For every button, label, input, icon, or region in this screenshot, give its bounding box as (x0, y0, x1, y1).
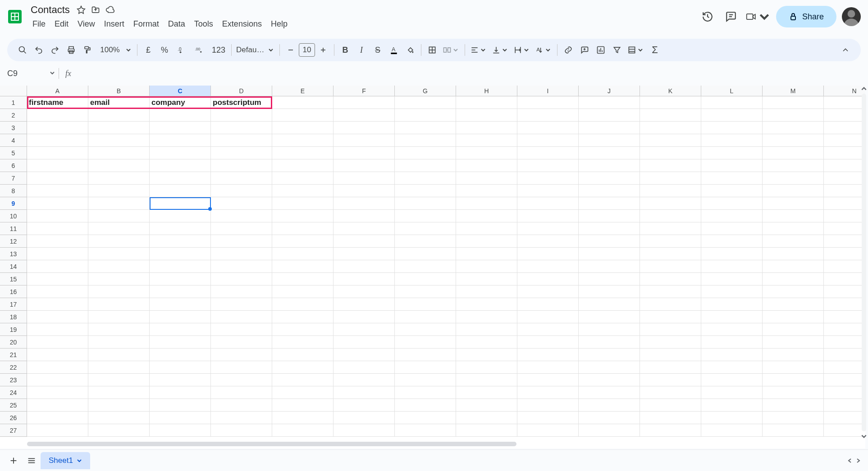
menu-format[interactable]: Format (129, 18, 164, 31)
cell[interactable] (88, 248, 150, 260)
cell[interactable] (640, 273, 701, 285)
menu-insert[interactable]: Insert (100, 18, 129, 31)
cell[interactable] (395, 399, 456, 412)
row-header[interactable]: 3 (0, 122, 27, 134)
cell[interactable] (517, 248, 579, 260)
cell[interactable] (27, 185, 88, 197)
cell[interactable] (763, 147, 824, 159)
currency-button[interactable]: £ (140, 42, 156, 58)
cell[interactable] (211, 273, 272, 285)
cell[interactable] (150, 147, 211, 159)
cell[interactable] (763, 285, 824, 298)
vertical-align-button[interactable] (489, 42, 511, 58)
cell[interactable] (272, 412, 333, 424)
cell[interactable] (640, 185, 701, 197)
cell[interactable] (517, 109, 579, 122)
cell[interactable] (824, 235, 865, 248)
cell[interactable] (640, 147, 701, 159)
cell[interactable] (701, 273, 763, 285)
cell[interactable] (211, 172, 272, 185)
cell[interactable] (579, 361, 640, 374)
cell[interactable]: email (88, 96, 150, 109)
cell[interactable] (763, 96, 824, 109)
cell[interactable] (517, 134, 579, 147)
cell[interactable] (763, 260, 824, 273)
cell[interactable] (640, 361, 701, 374)
cell[interactable] (456, 311, 517, 323)
column-header[interactable]: D (211, 86, 272, 96)
cell[interactable] (272, 285, 333, 298)
cell[interactable] (824, 273, 865, 285)
cell[interactable] (701, 386, 763, 399)
cell[interactable] (763, 412, 824, 424)
row-header[interactable]: 19 (0, 323, 27, 336)
cell[interactable] (272, 134, 333, 147)
cell[interactable] (27, 248, 88, 260)
cell[interactable] (517, 424, 579, 437)
cell[interactable] (824, 323, 865, 336)
cell[interactable] (456, 159, 517, 172)
cell[interactable] (88, 374, 150, 386)
row-header[interactable]: 24 (0, 386, 27, 399)
cell[interactable] (211, 185, 272, 197)
cell[interactable] (824, 122, 865, 134)
row-header[interactable]: 25 (0, 399, 27, 412)
cell[interactable] (763, 122, 824, 134)
cell[interactable] (456, 386, 517, 399)
cell[interactable] (27, 147, 88, 159)
row-header[interactable]: 11 (0, 222, 27, 235)
cell[interactable] (517, 159, 579, 172)
cell[interactable] (579, 311, 640, 323)
cell[interactable] (763, 235, 824, 248)
cell[interactable] (763, 197, 824, 210)
cell[interactable] (701, 235, 763, 248)
cell[interactable] (763, 210, 824, 222)
cell[interactable] (27, 298, 88, 311)
menu-extensions[interactable]: Extensions (218, 18, 266, 31)
cell[interactable] (517, 235, 579, 248)
menu-edit[interactable]: Edit (50, 18, 73, 31)
cell[interactable] (88, 298, 150, 311)
cell[interactable] (88, 172, 150, 185)
cell[interactable] (824, 96, 865, 109)
row-header[interactable]: 4 (0, 134, 27, 147)
cell[interactable] (640, 248, 701, 260)
cell[interactable] (579, 248, 640, 260)
cell[interactable] (88, 122, 150, 134)
cell[interactable] (579, 210, 640, 222)
cell[interactable] (395, 386, 456, 399)
italic-button[interactable]: I (353, 42, 370, 58)
cell[interactable] (579, 424, 640, 437)
cell[interactable] (640, 197, 701, 210)
cell[interactable] (456, 424, 517, 437)
cell[interactable] (333, 197, 395, 210)
cell[interactable] (211, 235, 272, 248)
cell[interactable] (640, 260, 701, 273)
cell[interactable] (456, 147, 517, 159)
cell[interactable]: postscriptum (211, 96, 272, 109)
cell[interactable] (150, 222, 211, 235)
cell[interactable] (27, 172, 88, 185)
cell[interactable] (272, 147, 333, 159)
cell[interactable] (272, 222, 333, 235)
row-header[interactable]: 16 (0, 285, 27, 298)
cell[interactable] (824, 298, 865, 311)
format-123-button[interactable]: 123 (209, 42, 228, 58)
cell[interactable] (395, 424, 456, 437)
cell[interactable] (456, 374, 517, 386)
cell[interactable] (395, 248, 456, 260)
column-header[interactable]: F (333, 86, 395, 96)
cell[interactable] (150, 412, 211, 424)
cell[interactable] (579, 109, 640, 122)
functions-button[interactable]: Σ (647, 42, 663, 58)
cell[interactable] (701, 248, 763, 260)
cell[interactable] (517, 399, 579, 412)
cell[interactable] (763, 159, 824, 172)
cell[interactable] (701, 412, 763, 424)
cell[interactable] (88, 336, 150, 349)
cell[interactable] (763, 109, 824, 122)
cell[interactable] (763, 399, 824, 412)
filter-button[interactable] (609, 42, 625, 58)
cell[interactable] (88, 197, 150, 210)
cell[interactable] (517, 147, 579, 159)
